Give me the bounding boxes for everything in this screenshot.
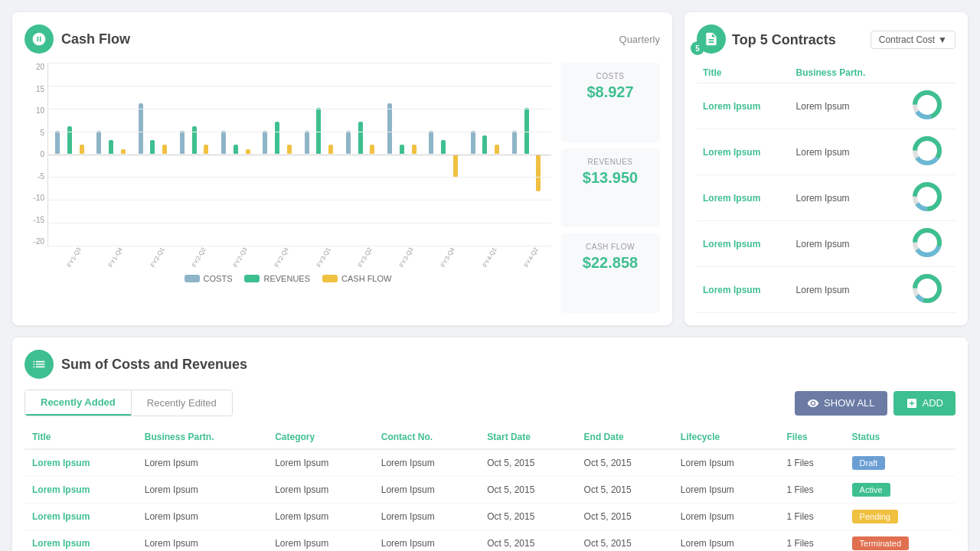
- y-axis-label: -20: [25, 237, 44, 246]
- row-files: 1 Files: [779, 477, 844, 504]
- tab-recently-added[interactable]: Recently Added: [25, 390, 131, 416]
- actions: SHOW ALL ADD: [795, 391, 956, 416]
- bottom-header: Sum of Costs and Revenues: [24, 350, 956, 379]
- x-axis-label: FY2-Q4: [273, 246, 290, 269]
- row-start: Oct 5, 2015: [479, 504, 576, 530]
- row-end: Oct 5, 2015: [577, 449, 673, 477]
- contract-business: Lorem Ipsum: [790, 129, 899, 175]
- row-title: Lorem Ipsum: [24, 530, 137, 552]
- revenue-bar: [482, 135, 487, 154]
- dashboard: Cash Flow Quarterly 20151050-5-10-15-20 …: [12, 12, 968, 551]
- cashflow-bar: [204, 145, 208, 154]
- data-table: Title Business Partn. Category Contact N…: [24, 425, 956, 551]
- row-category: Lorem Ipsum: [267, 477, 374, 504]
- legend-cashflow-label: CASH FLOW: [341, 274, 391, 283]
- legend-costs-dot: [185, 275, 200, 282]
- col-title: Title: [697, 63, 790, 83]
- add-label: ADD: [923, 397, 943, 409]
- row-contact: Lorem Ipsum: [374, 530, 480, 552]
- cashflow-bar: [370, 145, 374, 154]
- contract-chart: [898, 175, 956, 221]
- cashflow-bar: [328, 145, 333, 154]
- legend-revenues-label: REVENUES: [263, 274, 310, 283]
- revenue-bar: [441, 140, 446, 154]
- x-axis-label: FY2-Q1: [149, 246, 166, 269]
- contract-chart: [898, 129, 956, 175]
- th-files: Files: [779, 425, 844, 449]
- row-business: Lorem Ipsum: [137, 504, 267, 530]
- show-all-icon: [807, 397, 819, 409]
- contract-cost-dropdown[interactable]: Contract Cost ▼: [871, 31, 956, 49]
- chart-area: 20151050-5-10-15-20 FY1-Q3FY1-Q4FY2-Q1FY…: [24, 63, 551, 313]
- contract-row: Lorem IpsumLorem Ipsum: [697, 83, 956, 129]
- x-axis-label: FY3-Q2: [357, 246, 374, 269]
- contract-chart: [898, 83, 956, 129]
- col-business: Business Partn.: [790, 63, 899, 83]
- cost-bar: [305, 131, 309, 154]
- contract-row: Lorem IpsumLorem Ipsum: [697, 129, 956, 175]
- show-all-label: SHOW ALL: [824, 397, 874, 409]
- cashflow-bar: [495, 145, 499, 154]
- costs-stat-label: COSTS: [570, 72, 651, 80]
- y-axis-label: -5: [25, 172, 44, 181]
- cashflow-bar: [287, 145, 292, 154]
- x-axis-label: FY3-Q3: [398, 246, 415, 269]
- y-axis-label: -10: [25, 194, 44, 202]
- status-badge: Active: [852, 483, 890, 497]
- table-row: Lorem IpsumLorem IpsumLorem IpsumLorem I…: [24, 504, 956, 530]
- contracts-badge: 5: [691, 41, 704, 55]
- show-all-button[interactable]: SHOW ALL: [795, 391, 887, 416]
- costs-stat-value: $8.927: [570, 83, 651, 101]
- row-category: Lorem Ipsum: [267, 504, 374, 530]
- chart-legend: COSTS REVENUES CASH FLOW: [24, 274, 551, 283]
- x-axis-label: FY2-Q2: [191, 246, 207, 269]
- cost-bar: [263, 131, 267, 154]
- cost-bar: [429, 131, 433, 154]
- legend-costs: COSTS: [185, 274, 233, 283]
- cashflow-bar: [162, 145, 167, 154]
- revenue-bar: [67, 126, 72, 154]
- table-row: Lorem IpsumLorem IpsumLorem IpsumLorem I…: [24, 449, 956, 477]
- contracts-title: Top 5 Contracts: [732, 32, 836, 48]
- revenue-bar: [150, 140, 155, 154]
- row-status: Active: [844, 477, 956, 504]
- cost-bar: [55, 131, 60, 154]
- cost-bar: [139, 103, 143, 154]
- tab-recently-edited[interactable]: Recently Edited: [132, 390, 232, 416]
- x-axis-label: FY4-Q1: [482, 246, 498, 269]
- contract-title: Lorem Ipsum: [697, 83, 790, 129]
- row-status: Terminated: [844, 530, 956, 552]
- row-title: Lorem Ipsum: [24, 504, 137, 530]
- row-status: Draft: [844, 449, 956, 477]
- revenue-bar: [234, 145, 238, 154]
- col-chart: [898, 63, 956, 83]
- th-status: Status: [844, 425, 956, 449]
- cost-bar: [221, 131, 226, 154]
- contract-business: Lorem Ipsum: [790, 175, 899, 221]
- row-lifecycle: Lorem Ipsum: [673, 504, 779, 530]
- top-row: Cash Flow Quarterly 20151050-5-10-15-20 …: [12, 12, 968, 325]
- cashflow-stat-label: CASH FLOW: [570, 243, 651, 251]
- sum-title: Sum of Costs and Revenues: [61, 357, 247, 373]
- row-start: Oct 5, 2015: [479, 477, 576, 504]
- cost-bar: [346, 131, 351, 154]
- row-files: 1 Files: [779, 530, 844, 552]
- legend-cashflow-dot: [322, 275, 338, 282]
- row-lifecycle: Lorem Ipsum: [673, 449, 779, 477]
- th-lifecycle: Lifecycle: [673, 425, 779, 449]
- revenue-bar: [192, 126, 197, 154]
- y-axis-label: -15: [25, 216, 44, 224]
- chart-container: 20151050-5-10-15-20 FY1-Q3FY1-Q4FY2-Q1FY…: [47, 63, 551, 246]
- revenue-bar: [275, 122, 279, 154]
- row-start: Oct 5, 2015: [479, 449, 576, 477]
- y-axis-label: 20: [25, 63, 44, 71]
- y-axis-label: 10: [25, 106, 44, 115]
- contracts-header: 5 Top 5 Contracts Contract Cost ▼: [697, 24, 956, 55]
- status-badge: Pending: [852, 510, 898, 523]
- row-category: Lorem Ipsum: [267, 449, 374, 477]
- cash-flow-content: 20151050-5-10-15-20 FY1-Q3FY1-Q4FY2-Q1FY…: [24, 63, 660, 313]
- th-category: Category: [267, 425, 374, 449]
- add-button[interactable]: ADD: [893, 391, 956, 416]
- th-start: Start Date: [479, 425, 576, 449]
- sum-icon: [24, 350, 54, 379]
